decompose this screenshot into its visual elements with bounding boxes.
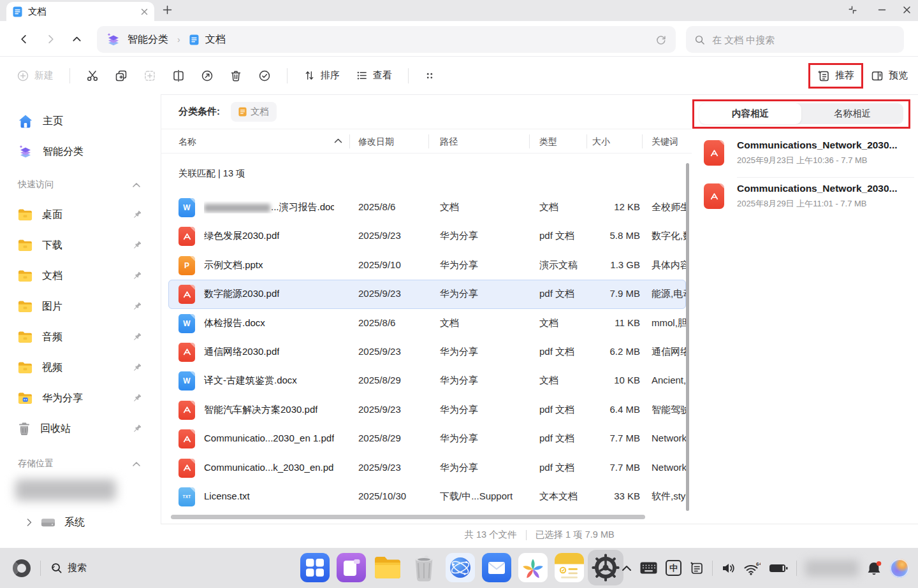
back-button[interactable]	[18, 34, 29, 45]
recommend-button[interactable]: 推荐	[808, 63, 863, 89]
dock-app-mail[interactable]	[482, 553, 511, 582]
dock-app-settings[interactable]	[591, 553, 620, 582]
system-logo-ring[interactable]	[13, 559, 31, 577]
column-header-2[interactable]: 修改日期	[358, 136, 394, 148]
column-header-5[interactable]: 大小	[592, 136, 610, 148]
sidebar-item-home[interactable]: 主页	[0, 107, 161, 135]
forward-button[interactable]	[45, 34, 56, 45]
table-row[interactable]: Communicatio...k_2030_en.pdf2025/9/23华为分…	[168, 454, 686, 482]
column-header-6[interactable]: 关键词	[652, 136, 678, 148]
table-row[interactable]: 通信网络2030.pdf2025/9/23华为分享pdf 文档6.2 MB通信网…	[168, 338, 686, 366]
dock-app-multitask[interactable]	[337, 553, 366, 582]
tray-expand-icon[interactable]	[622, 565, 632, 571]
pin-icon[interactable]	[133, 333, 142, 341]
expand-icon[interactable]	[27, 519, 32, 526]
rename-icon[interactable]	[172, 69, 185, 82]
share-icon[interactable]	[201, 69, 214, 82]
dock-app-trash[interactable]	[409, 553, 439, 582]
table-row[interactable]: 智能汽车解决方案2030.pdf2025/9/23华为分享pdf 文档6.4 M…	[168, 396, 686, 424]
sidebar-item-回收站[interactable]: 回收站	[0, 413, 161, 444]
taskbar-search-button[interactable]: 搜索	[50, 562, 87, 574]
sidebar-item-音频[interactable]: 音频	[0, 322, 161, 352]
table-row[interactable]: W体检报告.docx2025/8/6文档文档11 KBmmol,胆	[168, 309, 686, 338]
table-row[interactable]: W...演习报告.docx2025/8/6文档文档12 KB全校师生	[168, 193, 686, 222]
pin-icon[interactable]	[133, 424, 142, 433]
paste-icon[interactable]	[143, 69, 156, 82]
table-row[interactable]: P示例文档.pptx2025/9/10华为分享演示文稿1.3 GB具体内容	[168, 251, 686, 280]
column-header-4[interactable]: 类型	[539, 136, 557, 148]
breadcrumb-current[interactable]: 文档	[205, 33, 226, 47]
horizontal-scrollbar[interactable]	[171, 515, 645, 519]
cut-icon[interactable]	[86, 69, 99, 82]
tab-close-icon[interactable]	[141, 8, 148, 15]
keyboard-icon[interactable]	[640, 562, 657, 574]
sidebar-item-华为分享[interactable]: 华为分享	[0, 383, 161, 413]
sidebar-item-system[interactable]: 系统	[0, 508, 161, 536]
search-input[interactable]	[711, 34, 896, 46]
tab-名称相近[interactable]: 名称相近	[801, 103, 903, 124]
battery-icon[interactable]	[769, 563, 788, 573]
breadcrumb-root[interactable]: 智能分类	[127, 33, 168, 47]
recommend-item[interactable]: Communications_Network_2030...2025年9月23日…	[701, 134, 914, 177]
collapse-icon[interactable]	[133, 462, 140, 466]
preview-button[interactable]: 预览	[871, 69, 908, 82]
pin-icon[interactable]	[133, 271, 142, 280]
pin-icon[interactable]	[133, 302, 142, 311]
file-name: 数字能源2030.pdf	[204, 288, 279, 300]
column-header-3[interactable]: 路径	[440, 136, 458, 148]
sidebar-item-文档[interactable]: 文档	[0, 261, 161, 291]
view-button[interactable]: 查看	[356, 69, 392, 82]
filter-chip[interactable]: 文档	[231, 102, 277, 122]
pin-icon[interactable]	[133, 394, 142, 403]
taskbar: 搜索 中 6+	[0, 548, 918, 588]
vertical-scrollbar[interactable]	[686, 163, 689, 511]
new-button[interactable]: 新建	[17, 69, 54, 82]
table-row[interactable]: 数字能源2030.pdf2025/9/23华为分享pdf 文档7.9 MB能源,…	[168, 280, 686, 308]
wifi-icon[interactable]: 6+	[743, 561, 761, 575]
window-restore-button[interactable]	[849, 6, 857, 14]
clock-redacted[interactable]	[805, 560, 859, 577]
table-row[interactable]: W译文-古建筑鉴赏.docx2025/8/29华为分享文档10 KBAncien…	[168, 366, 686, 395]
collapse-icon[interactable]	[133, 183, 140, 187]
select-icon[interactable]	[258, 69, 271, 82]
delete-icon[interactable]	[229, 69, 242, 82]
sidebar-item-桌面[interactable]: 桌面	[0, 199, 161, 230]
pin-icon[interactable]	[133, 363, 142, 372]
pin-icon[interactable]	[133, 210, 142, 219]
dock-app-browser[interactable]	[446, 553, 475, 582]
dock-app-gallery[interactable]	[518, 553, 548, 582]
sidebar-item-smart-category[interactable]: 智能分类	[0, 138, 161, 166]
volume-icon[interactable]	[721, 562, 735, 575]
sort-button[interactable]: 排序	[303, 69, 340, 82]
tab-documents[interactable]: 文档	[6, 2, 154, 21]
storage-item-redacted[interactable]	[15, 479, 116, 501]
input-method-icon[interactable]: 中	[666, 560, 681, 576]
notification-bell-icon[interactable]	[867, 561, 882, 576]
table-row[interactable]: TXTLicense.txt2025/10/30下载/中...Support文本…	[168, 482, 686, 511]
copy-icon[interactable]	[115, 69, 127, 82]
refresh-icon[interactable]	[655, 34, 667, 46]
recommend-item[interactable]: Communications_Network_2030...2025年8月29日…	[701, 177, 914, 220]
window-close-button[interactable]	[903, 6, 911, 14]
sidebar-item-图片[interactable]: 图片	[0, 291, 161, 322]
sidebar-item-label: 桌面	[42, 208, 62, 222]
dock-app-files[interactable]	[373, 553, 402, 582]
pin-icon[interactable]	[133, 241, 142, 250]
table-row[interactable]: 绿色发展2030.pdf2025/9/23华为分享pdf 文档5.8 MB数字化…	[168, 222, 686, 250]
assistant-orb-icon[interactable]	[890, 559, 909, 578]
dock-app-launcher[interactable]	[300, 553, 330, 582]
search-box[interactable]	[686, 26, 904, 53]
up-button[interactable]	[71, 34, 82, 45]
window-minimize-button[interactable]	[878, 6, 886, 14]
new-tab-button[interactable]	[163, 5, 172, 15]
sidebar-item-下载[interactable]: 下载	[0, 230, 161, 261]
column-header-1[interactable]: 名称	[178, 136, 196, 148]
sidebar-item-视频[interactable]: 视频	[0, 352, 161, 383]
tab-内容相近[interactable]: 内容相近	[699, 103, 801, 124]
dock-app-notes[interactable]	[555, 553, 584, 582]
status-bar: 共 13 个文件 已选择 1 项 7.9 MB	[161, 529, 918, 541]
more-grid-icon[interactable]	[425, 71, 435, 81]
table-row[interactable]: Communicatio...2030_en 1.pdf2025/8/29华为分…	[168, 424, 686, 453]
clipboard-icon[interactable]	[690, 561, 704, 575]
sort-ascending-icon[interactable]	[334, 138, 342, 143]
